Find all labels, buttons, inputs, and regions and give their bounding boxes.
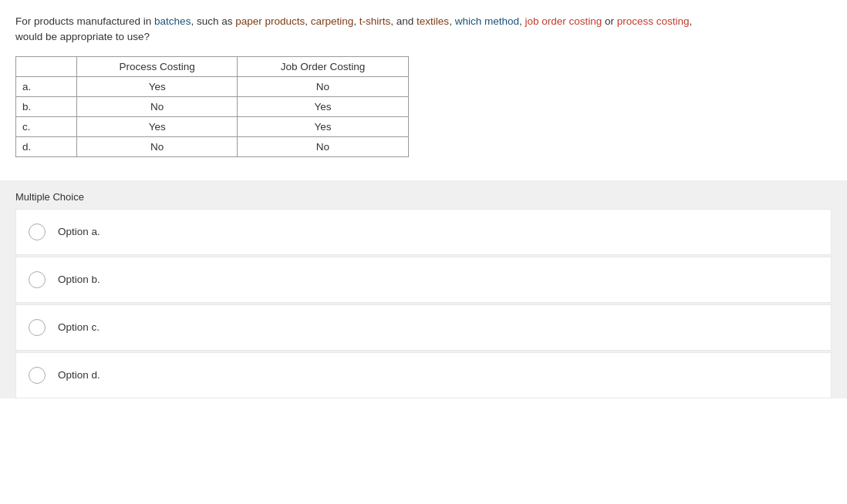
row-label-undefined: b. <box>16 96 77 116</box>
option-row-d[interactable]: Option d. <box>15 352 832 398</box>
question-area: For products manufactured in batches, su… <box>0 0 847 165</box>
row-label-undefined: d. <box>16 136 77 156</box>
col2-value-2: Yes <box>237 116 408 136</box>
option-label-a: Option a. <box>58 226 100 237</box>
col1-value-3: No <box>77 136 237 156</box>
text-paper-products: paper products <box>235 15 305 27</box>
text-textiles: textiles <box>417 15 449 27</box>
col1-value-1: No <box>77 96 237 116</box>
text-job-order: job order costing <box>525 15 602 27</box>
option-label-b: Option b. <box>58 274 100 285</box>
text-tshirts: t-shirts <box>359 15 391 27</box>
table-row: d. No No <box>16 136 409 156</box>
row-label-undefined: a. <box>16 76 77 96</box>
multiple-choice-section: Multiple Choice Option a. Option b. Opti… <box>0 180 847 398</box>
text-process-costing: process costing <box>617 15 690 27</box>
col2-value-3: No <box>237 136 408 156</box>
col2-header: Job Order Costing <box>237 56 408 76</box>
col1-value-2: Yes <box>77 116 237 136</box>
option-row-b[interactable]: Option b. <box>15 257 832 303</box>
question-line2: would be appropriate to use? <box>15 31 150 42</box>
text-carpeting: carpeting <box>311 15 354 27</box>
text-batches: batches <box>154 15 191 27</box>
row-label-header <box>16 56 77 76</box>
options-container: Option a. Option b. Option c. Option d. <box>15 209 832 398</box>
row-label-undefined: c. <box>16 116 77 136</box>
option-row-c[interactable]: Option c. <box>15 304 832 351</box>
question-text: For products manufactured in batches, su… <box>15 14 832 45</box>
table-row: a. Yes No <box>16 76 409 96</box>
radio-a[interactable] <box>29 223 46 240</box>
table-row: b. No Yes <box>16 96 409 116</box>
comparison-table: Process Costing Job Order Costing a. Yes… <box>15 56 409 157</box>
col1-value-0: Yes <box>77 76 237 96</box>
option-label-c: Option c. <box>58 321 100 333</box>
col1-header: Process Costing <box>77 56 237 76</box>
col2-value-1: Yes <box>237 96 408 116</box>
multiple-choice-label: Multiple Choice <box>15 191 832 203</box>
radio-d[interactable] <box>29 367 46 384</box>
radio-c[interactable] <box>29 319 46 336</box>
option-row-a[interactable]: Option a. <box>15 209 832 255</box>
option-label-d: Option d. <box>58 369 100 381</box>
table-row: c. Yes Yes <box>16 116 409 136</box>
text-which-method: which method <box>455 15 519 27</box>
radio-b[interactable] <box>29 271 46 288</box>
col2-value-0: No <box>237 76 408 96</box>
